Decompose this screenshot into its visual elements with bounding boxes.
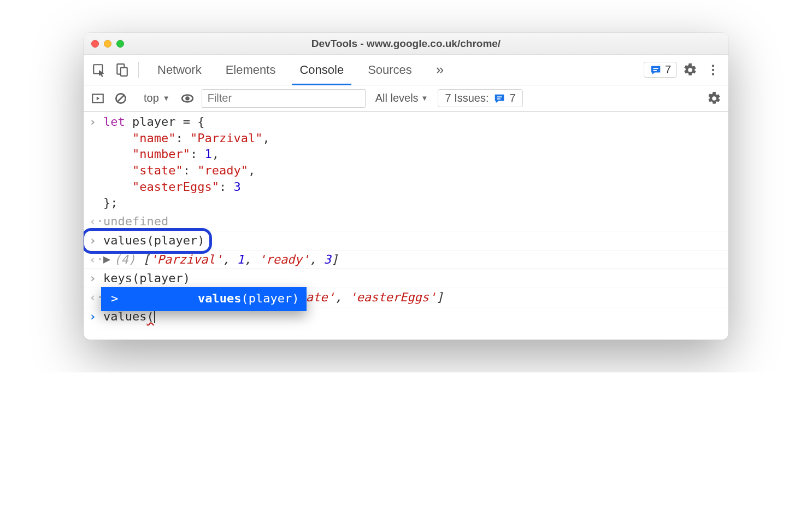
svg-rect-13 <box>497 96 502 97</box>
issues-count: 7 <box>510 92 516 104</box>
console-output-row: ‹· ▶(4) ['Parzival', 1, 'ready', 3] <box>84 250 728 270</box>
kebab-menu-icon[interactable] <box>703 60 723 80</box>
output-chevron-icon: ‹· <box>89 213 103 230</box>
svg-point-6 <box>712 68 714 71</box>
console-input-row: › values(player) <box>84 231 728 250</box>
svg-rect-2 <box>121 67 127 75</box>
tab-network[interactable]: Network <box>145 55 214 85</box>
expand-icon[interactable]: ▶ <box>103 251 110 267</box>
chevron-down-icon: ▼ <box>420 94 428 102</box>
title-bar: DevTools - www.google.co.uk/chrome/ <box>84 33 728 55</box>
live-expression-icon[interactable] <box>179 90 196 107</box>
tab-sources[interactable]: Sources <box>356 55 424 85</box>
svg-rect-3 <box>653 68 658 69</box>
context-label: top <box>144 92 159 104</box>
log-levels-dropdown[interactable]: All levels ▼ <box>371 92 433 104</box>
svg-point-12 <box>185 96 190 101</box>
console-output-row: ‹· undefined <box>84 212 728 231</box>
message-icon <box>493 92 505 104</box>
svg-rect-4 <box>653 70 656 71</box>
input-chevron-icon: › <box>89 270 103 287</box>
input-chevron-icon: › <box>89 114 103 211</box>
undefined-result: undefined <box>103 213 723 230</box>
main-tab-strip: Network Elements Console Sources » 7 <box>84 55 728 85</box>
messages-badge[interactable]: 7 <box>644 62 677 78</box>
svg-point-7 <box>712 73 714 75</box>
device-toolbar-icon[interactable] <box>112 60 132 80</box>
filter-input[interactable] <box>202 89 366 108</box>
autocomplete-popup[interactable]: > values(player) <box>101 287 307 311</box>
svg-line-10 <box>117 95 125 102</box>
chevron-down-icon: ▼ <box>161 94 170 102</box>
input-chevron-icon: › <box>89 232 103 249</box>
tabs-overflow[interactable]: » <box>424 55 456 85</box>
code-line: values(player) <box>103 232 723 249</box>
clear-console-icon[interactable] <box>112 90 130 107</box>
message-icon <box>650 64 662 76</box>
tab-elements[interactable]: Elements <box>214 55 288 85</box>
svg-rect-14 <box>497 98 500 100</box>
levels-label: All levels <box>375 92 419 104</box>
tabs: Network Elements Console Sources » <box>145 55 456 85</box>
code-line: keys(player) <box>103 270 723 287</box>
inspect-element-icon[interactable] <box>89 60 109 80</box>
context-selector[interactable]: top ▼ <box>140 92 173 104</box>
svg-point-5 <box>712 65 714 67</box>
console-input-row: › keys(player) <box>84 269 728 288</box>
array-result[interactable]: ▶(4) ['Parzival', 1, 'ready', 3] <box>103 252 723 268</box>
devtools-window: DevTools - www.google.co.uk/chrome/ Netw… <box>84 33 728 340</box>
issues-badge[interactable]: 7 Issues: 7 <box>438 89 522 107</box>
console-toolbar: top ▼ All levels ▼ 7 Issues: 7 <box>84 85 728 112</box>
output-chevron-icon: ‹· <box>89 252 103 268</box>
console-input-row: › let player = { "name": "Parzival", "nu… <box>84 113 728 212</box>
separator <box>138 62 139 78</box>
code-line: let player = { "name": "Parzival", "numb… <box>103 114 723 211</box>
issues-label: 7 Issues: <box>445 92 489 104</box>
tab-console[interactable]: Console <box>287 55 356 85</box>
show-sidebar-icon[interactable] <box>89 90 107 107</box>
window-title: DevTools - www.google.co.uk/chrome/ <box>84 38 728 50</box>
messages-count: 7 <box>665 63 671 76</box>
console-body[interactable]: › let player = { "name": "Parzival", "nu… <box>84 112 728 340</box>
console-settings-icon[interactable] <box>705 90 723 107</box>
settings-icon[interactable] <box>680 60 700 80</box>
